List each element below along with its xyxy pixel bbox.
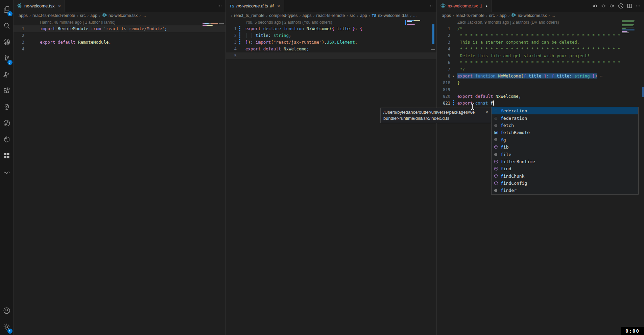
breadcrumb: apps›react-ts-nested-remote›src›app›nx-w… <box>14 12 225 19</box>
breadcrumb-item[interactable]: app <box>500 13 507 18</box>
suggest-item-findConfig[interactable]: findConfig <box>492 180 638 187</box>
close-icon[interactable]: × <box>485 109 488 115</box>
activitybar-settings-icon[interactable]: 1 <box>0 319 14 335</box>
breadcrumb-separator: › <box>99 13 100 18</box>
code-text: * * * * * * * * * * * * * * * * * * * * … <box>457 46 644 52</box>
activitybar-gitlens-icon[interactable] <box>0 34 14 50</box>
breadcrumb-item[interactable]: apps <box>19 13 28 18</box>
breadcrumb-item[interactable]: apps <box>442 13 451 18</box>
suggest-item-findChunk[interactable]: findChunk <box>492 173 638 180</box>
activitybar-run-debug-icon[interactable] <box>0 66 14 83</box>
breadcrumb-item[interactable]: ... <box>142 13 146 18</box>
minimap[interactable] <box>202 23 218 26</box>
breadcrumb: ›react_ts_remote›compiled-types›apps›rea… <box>226 12 436 19</box>
activitybar-extensions-icon[interactable] <box>0 83 14 99</box>
breadcrumb: apps›react-ts-remote›src›app›nx-welcome.… <box>437 12 644 19</box>
activitybar-explorer-icon[interactable]: 1 <box>0 1 14 18</box>
suggest-item-label: fib <box>501 144 508 150</box>
tab-nx-welcome.d.ts[interactable]: TSnx-welcome.d.tsM× <box>226 0 284 12</box>
breadcrumb-item[interactable]: app <box>360 13 367 18</box>
more-icon[interactable] <box>217 3 222 8</box>
split-editor-icon[interactable] <box>627 3 633 9</box>
suggest-item-filterRuntime[interactable]: filterRuntime <box>492 158 638 165</box>
activitybar-squiggle-icon[interactable] <box>0 164 14 180</box>
code-text: export declare function NxWelcome({ titl… <box>245 25 436 32</box>
gutter-decoration <box>450 52 457 59</box>
suggest-item-fib[interactable]: fib <box>492 143 638 151</box>
breadcrumb-item[interactable]: ... <box>552 13 555 18</box>
gutter-decoration <box>237 32 245 39</box>
breadcrumb-item[interactable]: src <box>489 13 495 18</box>
code-line: 2 <box>14 32 225 39</box>
code-editor[interactable]: Hanric, 48 minutes ago | 1 author (Hanri… <box>14 19 225 335</box>
suggest-item-file[interactable]: file <box>492 151 638 158</box>
gutter-decoration <box>450 86 457 93</box>
breadcrumb-item[interactable]: src <box>80 13 86 18</box>
suggest-details-path-line1: /Users/bytedance/outter/universe/package… <box>383 109 475 115</box>
suggest-item-label: fg <box>501 137 506 142</box>
breadcrumb-separator: › <box>508 13 509 18</box>
tab-close-icon[interactable]: × <box>277 3 280 8</box>
more-icon[interactable] <box>636 3 641 8</box>
breadcrumb-label: ... <box>552 13 555 18</box>
breadcrumb-item[interactable]: react-ts-remote <box>316 13 345 18</box>
code-text: export default RemoteModule; <box>40 39 225 46</box>
breadcrumb-label: compiled-types <box>269 13 297 18</box>
breadcrumb-item[interactable]: react_ts_remote <box>234 13 264 18</box>
line-number: 4 <box>14 46 24 52</box>
suggest-item-fg[interactable]: fg <box>492 136 638 143</box>
file-type-icon-react <box>17 3 22 9</box>
breadcrumb-separator: › <box>139 13 141 18</box>
nav-circle-icon[interactable] <box>600 3 606 9</box>
breadcrumb-separator: › <box>453 13 454 18</box>
breadcrumb-item[interactable]: compiled-types <box>269 13 297 18</box>
file-type-icon-react <box>511 13 516 19</box>
minimap[interactable] <box>405 20 420 25</box>
nav-back-icon[interactable] <box>592 3 597 9</box>
breadcrumb-item[interactable]: apps <box>302 13 311 18</box>
tab-nx-welcome.tsx[interactable]: nx-welcome.tsx1● <box>437 0 492 12</box>
gutter-decoration <box>24 32 40 39</box>
suggest-item-find[interactable]: find <box>492 165 638 172</box>
breadcrumb-item[interactable]: nx-welcome.tsx <box>102 13 138 19</box>
tab-nx-welcome.tsx[interactable]: nx-welcome.tsx× <box>14 0 65 12</box>
code-editor[interactable]: You, 5 seconds ago | 2 authors (You and … <box>226 19 436 335</box>
gutter-decoration <box>24 46 40 52</box>
git-modified-gutter-marker <box>453 100 454 106</box>
suggest-item-finder[interactable]: finder <box>492 187 638 194</box>
fold-collapsed-icon[interactable]: › <box>452 73 455 80</box>
breadcrumb-item[interactable]: ... <box>413 13 416 18</box>
line-number: 4 <box>226 46 237 52</box>
activitybar-box-icon[interactable] <box>0 131 14 148</box>
suggest-item-federation[interactable]: federation <box>492 114 638 121</box>
breadcrumb-item[interactable]: TSnx-welcome.d.ts <box>372 13 408 18</box>
activitybar-search-icon[interactable] <box>0 18 14 34</box>
activitybar-source-control-icon[interactable]: 7 <box>0 50 14 66</box>
line-number: 3 <box>14 39 24 46</box>
folded-range-highlight: export function NxWelcome({ title }: { t… <box>457 73 597 79</box>
activitybar-test-tree-icon[interactable] <box>0 99 14 115</box>
line-number: 2 <box>226 32 237 39</box>
activitybar-account-icon[interactable] <box>0 303 14 319</box>
suggest-item-fetch[interactable]: fetch <box>492 122 638 129</box>
tab-label: nx-welcome.d.ts <box>236 3 268 8</box>
code-text: import RemoteModule from 'react_ts_remot… <box>40 25 225 32</box>
symbol-text-icon <box>493 152 499 156</box>
more-icon[interactable] <box>428 3 433 8</box>
activitybar-grid-icon[interactable] <box>0 148 14 164</box>
breadcrumb-item[interactable]: nx-welcome.tsx <box>511 13 547 19</box>
file-type-icon-ts: TS <box>230 3 234 8</box>
breadcrumb-item[interactable]: src <box>350 13 355 18</box>
breadcrumb-item[interactable]: react-ts-remote <box>456 13 484 18</box>
breadcrumb-label: nx-welcome.tsx <box>109 13 138 18</box>
suggest-item-federation[interactable]: federation <box>492 107 638 114</box>
activitybar-timeline-icon[interactable] <box>0 115 14 131</box>
suggest-item-fetchRemote[interactable]: [ø]fetchRemote <box>492 129 638 136</box>
breadcrumb-item[interactable]: app <box>90 13 97 18</box>
minimap[interactable] <box>622 20 635 33</box>
history-icon[interactable] <box>618 3 624 9</box>
symbol-text-icon <box>493 116 499 120</box>
tab-close-icon[interactable]: × <box>58 3 61 8</box>
breadcrumb-item[interactable]: react-ts-nested-remote <box>32 13 75 18</box>
nav-forward-icon[interactable] <box>609 3 615 9</box>
